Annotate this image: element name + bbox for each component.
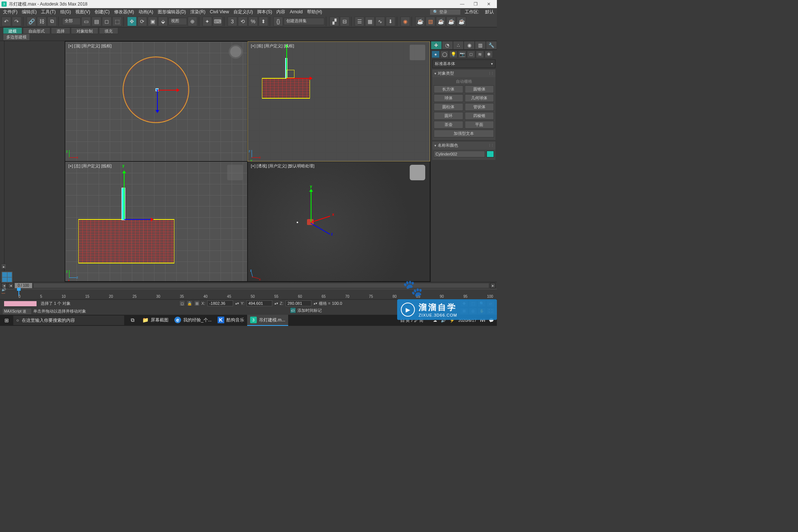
btn-sphere[interactable]: 球体 [434, 94, 463, 102]
render-frame-button[interactable]: ▧ [426, 17, 435, 26]
signin-search[interactable]: 🔍 登录 [430, 9, 460, 15]
align-button[interactable]: ⊟ [340, 17, 349, 26]
undo-button[interactable]: ↶ [1, 17, 11, 26]
render-cloud-button[interactable]: ☕ [457, 17, 466, 26]
viewcube-top[interactable] [229, 45, 243, 59]
selection-filter[interactable]: 全部 [62, 18, 81, 25]
ref-coord-system[interactable]: 视图 [168, 18, 187, 25]
tab-display[interactable]: ▥ [475, 41, 486, 50]
menu-content[interactable]: 内容 [275, 9, 287, 15]
ribbon-tab-freeform[interactable]: 自由形式 [23, 27, 50, 34]
viewport-label-left[interactable]: [+] [左] [用户定义] [线框] [68, 163, 112, 169]
subtab-systems[interactable]: ✱ [485, 51, 493, 58]
object-cylinder-left[interactable] [78, 219, 174, 263]
viewport-label-top[interactable]: [+] [顶] [用户定义] [线框] [68, 43, 112, 49]
tab-motion[interactable]: ◉ [464, 41, 475, 50]
viewcube-left[interactable] [227, 165, 243, 180]
spinner-snap-button[interactable]: ⬍ [259, 17, 268, 26]
taskbar-search[interactable]: ○ 在这里输入你要搜索的内容 [13, 316, 124, 325]
curve-editor-button[interactable]: ∿ [375, 17, 385, 26]
window-cross-button[interactable]: ⬚ [112, 17, 122, 26]
taskbar-item[interactable]: K酷狗音乐 [215, 315, 247, 326]
selected-cylinder-left[interactable] [122, 188, 125, 220]
btn-box[interactable]: 长方体 [434, 85, 463, 93]
named-sel-edit-button[interactable]: {} [273, 17, 283, 26]
render-button[interactable]: ☕ [436, 17, 446, 26]
menu-help[interactable]: 帮助(H) [306, 9, 324, 15]
menu-group[interactable]: 组(G) [59, 9, 72, 15]
link-button[interactable]: 🔗 [27, 17, 36, 26]
status-color-swatch[interactable] [4, 301, 37, 307]
scene-explorer-bar[interactable] [0, 41, 4, 282]
menu-render[interactable]: 渲染(R) [189, 9, 207, 15]
coord-y[interactable]: 494.601 [246, 300, 272, 306]
menu-tools[interactable]: 工具(T) [40, 9, 57, 15]
viewcube-persp[interactable] [410, 165, 425, 180]
material-editor-button[interactable]: ◉ [400, 17, 410, 26]
menu-graph[interactable]: 图形编辑器(D) [156, 9, 188, 15]
subtab-lights[interactable]: 💡 [449, 51, 457, 58]
menu-arnold[interactable]: Arnold [288, 9, 304, 14]
tab-hierarchy[interactable]: ⛬ [453, 41, 464, 50]
viewport-layout-button[interactable] [1, 271, 13, 283]
subtab-cameras[interactable]: 📷 [458, 51, 466, 58]
viewcube-front[interactable] [410, 45, 425, 60]
viewport-label-persp[interactable]: [+] [透视] [用户定义] [默认明暗处理] [251, 163, 314, 169]
menu-views[interactable]: 视图(V) [74, 9, 92, 15]
viewport-perspective[interactable]: [+] [透视] [用户定义] [默认明暗处理] y x z z x [248, 162, 430, 281]
viewport-left[interactable]: [+] [左] [用户定义] [线框] y z y x [65, 162, 247, 281]
viewport-front[interactable]: [+] [前] [用户定义] [线框] x z y [248, 42, 430, 161]
coord-z[interactable]: 280.081 [286, 300, 311, 306]
tab-modify[interactable]: ◔ [442, 41, 453, 50]
btn-textplus[interactable]: 加强型文本 [434, 130, 494, 137]
rotate-button[interactable]: ⟳ [137, 17, 147, 26]
render-prod-button[interactable]: ☕ [446, 17, 456, 26]
named-selection-set[interactable]: 创建选择集 [284, 18, 324, 25]
isolate-button[interactable]: ◻ [179, 300, 185, 306]
schematic-button[interactable]: ⬇ [386, 17, 395, 26]
audio-toggle[interactable]: 🔊〰 [1, 289, 9, 294]
taskbar-item[interactable]: 📁屏幕截图 [139, 315, 171, 326]
category-dropdown[interactable]: 标准基本体 [432, 59, 495, 68]
mirror-button[interactable]: ▞ [330, 17, 339, 26]
object-color-swatch[interactable] [487, 151, 494, 157]
subtab-shapes[interactable]: ◯ [440, 51, 449, 58]
track-next-button[interactable]: ▸ [490, 283, 495, 288]
task-view-button[interactable]: ⧉ [126, 315, 139, 326]
autogrid-checkbox[interactable]: 自动栅格 [456, 79, 472, 84]
maximize-button[interactable]: ❐ [469, 0, 482, 8]
rollout-name-color[interactable]: 名称和颜色 [432, 141, 495, 149]
btn-pyramid[interactable]: 四棱锥 [465, 112, 494, 120]
lock-button[interactable]: 🔒 [187, 300, 192, 306]
subtab-helpers[interactable]: □ [467, 51, 475, 58]
menu-animation[interactable]: 动画(A) [137, 9, 155, 15]
viewport-top[interactable]: [+] [顶] [用户定义] [线框] x y [65, 42, 247, 161]
workspace-selector[interactable]: 默认 [484, 9, 495, 15]
tab-utilities[interactable]: 🔧 [486, 41, 497, 50]
ribbon-panel-polymodel[interactable]: 多边形建模 [3, 34, 30, 41]
tab-create[interactable]: ✚ [431, 41, 442, 50]
move-button[interactable]: ✥ [127, 17, 137, 26]
minimize-button[interactable]: — [456, 0, 469, 8]
toggle-ribbon-button[interactable]: ▦ [365, 17, 375, 26]
taskbar-item[interactable]: 3吊灯建模.m... [247, 315, 288, 326]
placement-button[interactable]: ⬙ [158, 17, 168, 26]
btn-cylinder[interactable]: 圆柱体 [434, 103, 463, 111]
btn-geosphere[interactable]: 几何球体 [465, 94, 494, 102]
add-time-tag[interactable]: 添加时间标记 [297, 308, 322, 313]
select-button[interactable]: ▭ [81, 17, 91, 26]
layer-button[interactable]: ☰ [355, 17, 364, 26]
angle-snap-button[interactable]: ⟲ [238, 17, 248, 26]
menu-file[interactable]: 文件(F) [1, 9, 19, 15]
track-prev2-button[interactable]: ◂ [8, 283, 13, 288]
rollout-object-type[interactable]: 对象类型 [432, 69, 495, 77]
keyboard-shortcut-button[interactable]: ⌨ [213, 17, 222, 26]
btn-plane[interactable]: 平面 [465, 121, 494, 129]
btn-teapot[interactable]: 茶壶 [434, 121, 463, 129]
start-button[interactable]: ⊞ [0, 317, 13, 323]
ribbon-tab-populate[interactable]: 填充 [99, 27, 118, 34]
object-cylinder-front[interactable] [262, 78, 310, 99]
select-region-button[interactable]: ◻ [102, 17, 112, 26]
render-setup-button[interactable]: ☕ [415, 17, 425, 26]
select-name-button[interactable]: ▤ [92, 17, 101, 26]
